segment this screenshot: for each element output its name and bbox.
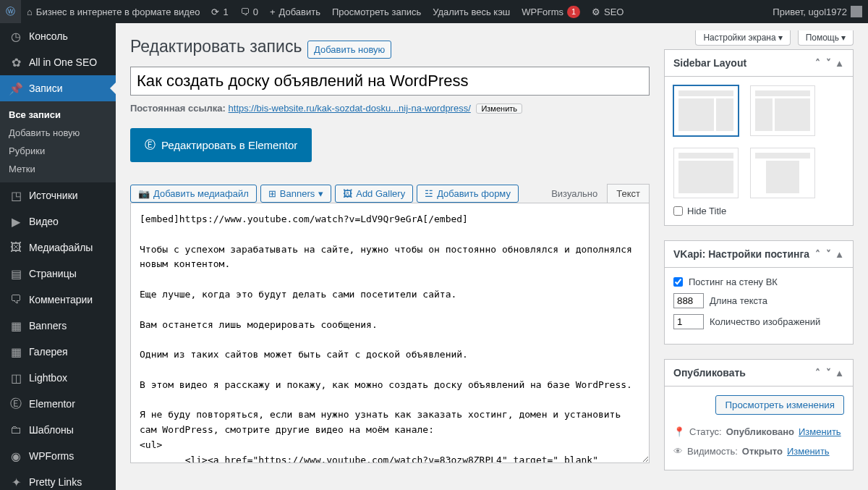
menu-lightbox[interactable]: ◫Lightbox bbox=[0, 365, 116, 391]
delete-cache[interactable]: Удалить весь кэш bbox=[427, 0, 516, 23]
comment-icon: 🗨 bbox=[240, 7, 250, 17]
dashboard-icon: ◷ bbox=[9, 29, 23, 43]
metabox-title: Опубликовать bbox=[673, 367, 746, 379]
page-icon: ▤ bbox=[9, 266, 23, 281]
vk-text-length-input[interactable] bbox=[673, 293, 704, 308]
new-content[interactable]: +Добавить bbox=[264, 0, 326, 23]
publish-metabox: Опубликовать ˄˅▴ Просмотреть изменения 📍… bbox=[664, 359, 854, 470]
user-greeting[interactable]: Привет, ugol1972 bbox=[767, 0, 868, 23]
layout-left-sidebar[interactable] bbox=[750, 85, 815, 136]
submenu-all-posts[interactable]: Все записи bbox=[0, 106, 116, 124]
avatar bbox=[851, 6, 862, 17]
submenu-add-new[interactable]: Добавить новую bbox=[0, 124, 116, 142]
wpforms-badge: 1 bbox=[567, 6, 580, 18]
menu-banners[interactable]: ▦Banners bbox=[0, 313, 116, 339]
menu-templates[interactable]: 🗀Шаблоны bbox=[0, 417, 116, 443]
edit-status-link[interactable]: Изменить bbox=[799, 426, 841, 437]
site-name[interactable]: ⌂Бизнес в интернете в формате видео bbox=[21, 0, 205, 23]
chevron-up-icon[interactable]: ˄ bbox=[813, 248, 822, 260]
menu-pages[interactable]: ▤Страницы bbox=[0, 261, 116, 287]
form-icon: ☳ bbox=[425, 188, 433, 199]
elementor-icon: Ⓔ bbox=[145, 138, 156, 152]
vk-wall-posting-label: Постинг на стену ВК bbox=[689, 276, 778, 287]
collapse-icon[interactable]: ▴ bbox=[835, 57, 844, 69]
pin-icon: 📌 bbox=[9, 81, 23, 96]
screen-options-tab[interactable]: Настройки экрана ▾ bbox=[695, 30, 790, 46]
edit-slug-button[interactable]: Изменить bbox=[476, 104, 522, 114]
layout-centered[interactable] bbox=[750, 148, 815, 198]
tab-visual[interactable]: Визуально bbox=[542, 184, 607, 203]
help-tab[interactable]: Помощь ▾ bbox=[798, 30, 854, 46]
gallery-icon: 🖼 bbox=[343, 188, 352, 199]
comment-icon: 🗨 bbox=[9, 292, 23, 307]
updates[interactable]: ⟳1 bbox=[205, 0, 234, 23]
aioseo-icon: ✿ bbox=[9, 55, 23, 69]
post-content-editor[interactable] bbox=[130, 203, 650, 463]
chevron-up-icon[interactable]: ˄ bbox=[813, 57, 822, 69]
wordpress-icon: ⓦ bbox=[6, 5, 15, 18]
gear-icon: ⚙ bbox=[592, 7, 600, 17]
tab-text[interactable]: Текст bbox=[607, 184, 650, 203]
video-icon: ▶ bbox=[9, 214, 23, 229]
chevron-down-icon: ▾ bbox=[841, 33, 846, 43]
metabox-title: VKapi: Настройки постинга bbox=[673, 248, 809, 260]
menu-elementor[interactable]: ⒺElementor bbox=[0, 391, 116, 417]
vkapi-metabox: VKapi: Настройки постинга ˄˅▴ Постинг на… bbox=[664, 240, 854, 345]
posts-submenu: Все записи Добавить новую Рубрики Метки bbox=[0, 101, 116, 182]
edit-with-elementor-button[interactable]: Ⓔ Редактировать в Elementor bbox=[130, 128, 312, 162]
submenu-categories[interactable]: Рубрики bbox=[0, 142, 116, 160]
banners-icon: ▦ bbox=[9, 318, 23, 333]
menu-video[interactable]: ▶Видео bbox=[0, 208, 116, 235]
chevron-down-icon: ▾ bbox=[778, 33, 783, 43]
metabox-title: Sidebar Layout bbox=[673, 57, 746, 69]
sidebar-layout-metabox: Sidebar Layout ˄˅▴ Hide Title bbox=[664, 49, 854, 226]
vk-wall-posting-checkbox[interactable] bbox=[673, 277, 683, 287]
comments[interactable]: 🗨0 bbox=[234, 0, 264, 23]
vk-image-count-input[interactable] bbox=[673, 314, 704, 329]
home-icon: ⌂ bbox=[27, 7, 33, 17]
chevron-down-icon[interactable]: ˅ bbox=[824, 57, 833, 69]
chevron-up-icon[interactable]: ˄ bbox=[813, 367, 822, 379]
menu-gallery[interactable]: ▦Галерея bbox=[0, 339, 116, 365]
chevron-down-icon[interactable]: ˅ bbox=[824, 248, 833, 260]
preview-changes-button[interactable]: Просмотреть изменения bbox=[715, 395, 844, 415]
hide-title-checkbox[interactable] bbox=[673, 206, 683, 216]
add-gallery-button[interactable]: 🖼Add Gallery bbox=[335, 185, 413, 203]
menu-dashboard[interactable]: ◷Консоль bbox=[0, 23, 116, 49]
camera-icon: 📷 bbox=[138, 188, 150, 199]
menu-sources[interactable]: ◳Источники bbox=[0, 182, 116, 208]
menu-prettylinks[interactable]: ✦Pretty Links bbox=[0, 469, 116, 490]
submenu-tags[interactable]: Метки bbox=[0, 160, 116, 178]
banners-icon: ⊞ bbox=[268, 188, 276, 199]
vk-text-length-label: Длина текста bbox=[710, 295, 767, 306]
elementor-icon: Ⓔ bbox=[9, 397, 23, 411]
chevron-down-icon[interactable]: ˅ bbox=[824, 367, 833, 379]
layout-full-width[interactable] bbox=[673, 148, 739, 198]
add-new-button[interactable]: Добавить новую bbox=[307, 41, 391, 59]
banners-button[interactable]: ⊞Banners▾ bbox=[260, 185, 331, 203]
layout-right-sidebar[interactable] bbox=[673, 85, 739, 136]
add-media-button[interactable]: 📷Добавить медиафайл bbox=[130, 185, 257, 203]
permalink-row: Постоянная ссылка: https://bis-website.r… bbox=[130, 96, 650, 121]
view-post[interactable]: Просмотреть запись bbox=[326, 0, 427, 23]
seo-toolbar[interactable]: ⚙SEO bbox=[586, 0, 629, 23]
permalink-url[interactable]: https://bis-website.ru/kak-sozdat-dosku.… bbox=[229, 103, 471, 114]
collapse-icon[interactable]: ▴ bbox=[835, 248, 844, 260]
menu-posts[interactable]: 📌Записи bbox=[0, 75, 116, 101]
collapse-icon[interactable]: ▴ bbox=[835, 367, 844, 379]
update-icon: ⟳ bbox=[211, 7, 219, 17]
lightbox-icon: ◫ bbox=[9, 371, 23, 385]
admin-toolbar: ⓦ ⌂Бизнес в интернете в формате видео ⟳1… bbox=[0, 0, 868, 23]
key-icon: 📍 bbox=[673, 426, 685, 437]
admin-sidebar: ◷Консоль ✿All in One SEO 📌Записи Все зап… bbox=[0, 23, 116, 490]
post-title-input[interactable] bbox=[130, 67, 650, 96]
add-form-button[interactable]: ☳Добавить форму bbox=[417, 185, 519, 203]
menu-wpforms[interactable]: ◉WPForms bbox=[0, 443, 116, 469]
menu-aioseo[interactable]: ✿All in One SEO bbox=[0, 49, 116, 75]
wp-logo[interactable]: ⓦ bbox=[0, 0, 21, 23]
sources-icon: ◳ bbox=[9, 188, 23, 203]
menu-media[interactable]: 🖾Медиафайлы bbox=[0, 235, 116, 261]
edit-visibility-link[interactable]: Изменить bbox=[787, 446, 830, 457]
wpforms-toolbar[interactable]: WPForms1 bbox=[516, 0, 586, 23]
menu-comments[interactable]: 🗨Комментарии bbox=[0, 287, 116, 313]
